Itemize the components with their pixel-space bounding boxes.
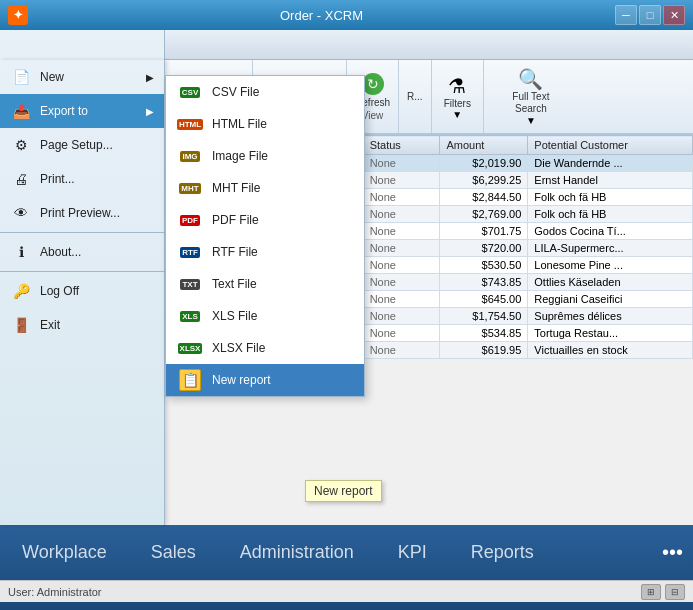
titlebar-left: ✦	[8, 5, 28, 25]
window-controls: ─ □ ✕	[615, 5, 685, 25]
cell-customer: Lonesome Pine ...	[528, 257, 693, 274]
export-arrow-icon: ▶	[146, 106, 154, 117]
pdf-label: PDF File	[212, 213, 259, 227]
cell-status: None	[363, 172, 440, 189]
r-section[interactable]: R...	[399, 60, 432, 133]
nav-tab-sales[interactable]: Sales	[139, 534, 208, 571]
cell-amount: $645.00	[440, 291, 528, 308]
filters-section[interactable]: ⚗ Filters ▼	[432, 60, 484, 133]
menu-item-new[interactable]: 📄 New ▶	[0, 60, 164, 94]
status-icons: ⊞ ⊟	[641, 584, 685, 600]
cell-status: None	[363, 257, 440, 274]
more-tabs-icon[interactable]: •••	[662, 541, 683, 564]
col-header-status[interactable]: Status	[363, 136, 440, 155]
cell-amount: $2,019.90	[440, 155, 528, 172]
col-header-customer[interactable]: Potential Customer	[528, 136, 693, 155]
cell-amount: $743.85	[440, 274, 528, 291]
export-mht[interactable]: MHT MHT File	[166, 172, 364, 204]
menu-item-about[interactable]: ℹ About...	[0, 235, 164, 269]
cell-customer: Suprêmes délices	[528, 308, 693, 325]
xls-icon: XLS	[176, 305, 204, 327]
cell-status: None	[363, 291, 440, 308]
cell-status: None	[363, 206, 440, 223]
cell-amount: $701.75	[440, 223, 528, 240]
new-report-icon: 📋	[176, 369, 204, 391]
r-label: R...	[407, 91, 423, 102]
xlsx-icon: XLSX	[176, 337, 204, 359]
cell-status: None	[363, 240, 440, 257]
export-xls[interactable]: XLS XLS File	[166, 300, 364, 332]
logoff-icon: 🔑	[10, 280, 32, 302]
nav-tab-workplace[interactable]: Workplace	[10, 534, 119, 571]
print-preview-icon: 👁	[10, 202, 32, 224]
nav-tab-reports[interactable]: Reports	[459, 534, 546, 571]
html-label: HTML File	[212, 117, 267, 131]
export-text[interactable]: TXT Text File	[166, 268, 364, 300]
cell-customer: Godos Cocina Tí...	[528, 223, 693, 240]
col-header-amount[interactable]: Amount	[440, 136, 528, 155]
maximize-button[interactable]: □	[639, 5, 661, 25]
xlsx-label: XLSX File	[212, 341, 265, 355]
status-icon-2: ⊟	[665, 584, 685, 600]
cell-amount: $530.50	[440, 257, 528, 274]
export-pdf[interactable]: PDF PDF File	[166, 204, 364, 236]
export-xlsx[interactable]: XLSX XLSX File	[166, 332, 364, 364]
pdf-icon: PDF	[176, 209, 204, 231]
cell-customer: Ottlies Käseladen	[528, 274, 693, 291]
minimize-button[interactable]: ─	[615, 5, 637, 25]
menu-divider-1	[0, 232, 164, 233]
export-new-report[interactable]: 📋 New report	[166, 364, 364, 396]
export-html[interactable]: HTML HTML File	[166, 108, 364, 140]
cell-status: None	[363, 274, 440, 291]
window-title: Order - XCRM	[28, 8, 615, 23]
image-icon: IMG	[176, 145, 204, 167]
menu-item-logoff[interactable]: 🔑 Log Off	[0, 274, 164, 308]
menu-divider-2	[0, 271, 164, 272]
nav-tabs: Workplace Sales Administration KPI Repor…	[0, 525, 693, 580]
close-button[interactable]: ✕	[663, 5, 685, 25]
fts-icon: 🔍	[518, 67, 543, 91]
app-icon: ✦	[8, 5, 28, 25]
menu-item-export[interactable]: 📤 Export to ▶	[0, 94, 164, 128]
status-user-label: User: Administrator	[8, 586, 102, 598]
cell-customer: Folk och fä HB	[528, 189, 693, 206]
menu-print-label: Print...	[40, 172, 75, 186]
html-icon: HTML	[176, 113, 204, 135]
cell-amount: $2,769.00	[440, 206, 528, 223]
cell-status: None	[363, 189, 440, 206]
csv-label: CSV File	[212, 85, 259, 99]
export-image[interactable]: IMG Image File	[166, 140, 364, 172]
export-icon: 📤	[10, 100, 32, 122]
menu-item-exit[interactable]: 🚪 Exit	[0, 308, 164, 342]
menu-logoff-label: Log Off	[40, 284, 79, 298]
export-csv[interactable]: CSV CSV File	[166, 76, 364, 108]
filters-icon: ⚗	[448, 74, 466, 98]
page-setup-icon: ⚙	[10, 134, 32, 156]
cell-amount: $720.00	[440, 240, 528, 257]
menu-item-page-setup[interactable]: ⚙ Page Setup...	[0, 128, 164, 162]
status-bar: User: Administrator ⊞ ⊟	[0, 580, 693, 602]
menu-print-preview-label: Print Preview...	[40, 206, 120, 220]
cell-status: None	[363, 308, 440, 325]
nav-tab-administration[interactable]: Administration	[228, 534, 366, 571]
nav-tab-kpi[interactable]: KPI	[386, 534, 439, 571]
menu-item-print[interactable]: 🖨 Print...	[0, 162, 164, 196]
filters-dropdown-icon: ▼	[452, 109, 462, 120]
cell-amount: $619.95	[440, 342, 528, 359]
fts-section[interactable]: 🔍 Full Text Search ▼	[484, 60, 578, 133]
left-menu: 📄 New ▶ 📤 Export to ▶ ⚙ Page Setup... 🖨 …	[0, 60, 165, 525]
cell-status: None	[363, 223, 440, 240]
menu-export-label: Export to	[40, 104, 88, 118]
menu-item-print-preview[interactable]: 👁 Print Preview...	[0, 196, 164, 230]
cell-customer: Die Wandernde ...	[528, 155, 693, 172]
csv-icon: CSV	[176, 81, 204, 103]
export-rtf[interactable]: RTF RTF File	[166, 236, 364, 268]
export-submenu: CSV CSV File HTML HTML File IMG Image Fi…	[165, 75, 365, 397]
rtf-label: RTF File	[212, 245, 258, 259]
cell-customer: LILA-Supermerc...	[528, 240, 693, 257]
cell-customer: Ernst Handel	[528, 172, 693, 189]
cell-amount: $534.85	[440, 325, 528, 342]
print-icon: 🖨	[10, 168, 32, 190]
cell-customer: Victuailles en stock	[528, 342, 693, 359]
new-icon: 📄	[10, 66, 32, 88]
